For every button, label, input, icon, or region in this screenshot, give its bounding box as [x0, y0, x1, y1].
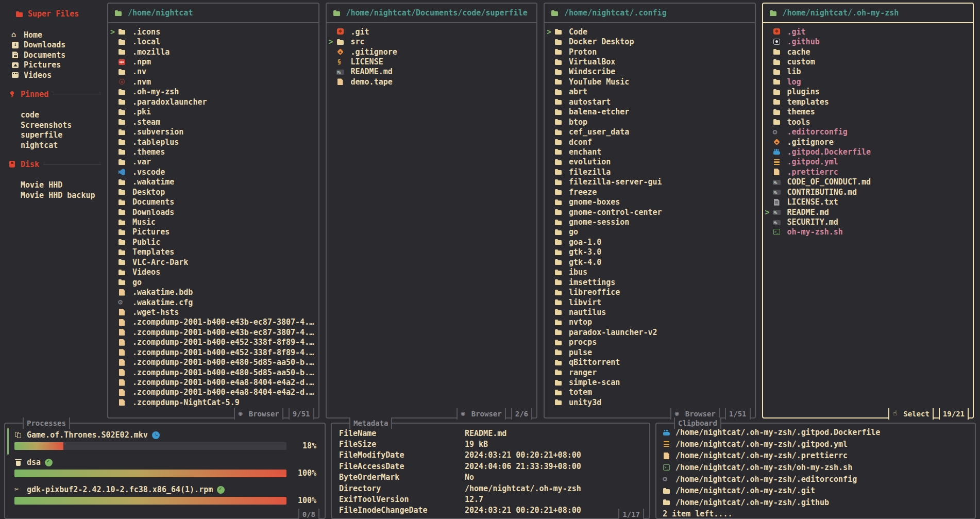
file-row[interactable]: README.md	[329, 67, 535, 77]
file-row[interactable]: themes	[765, 107, 971, 117]
file-row[interactable]: .zcompdump-2001-b400-e43b-ec87-3807-4...	[110, 327, 316, 337]
file-row[interactable]: gnome-boxes	[547, 197, 753, 207]
file-row[interactable]: balena-etcher	[547, 107, 753, 117]
file-row[interactable]: .prettierrc	[765, 167, 971, 177]
file-row[interactable]: unity3d	[547, 397, 753, 407]
file-row[interactable]: .gitpod.Dockerfile	[765, 147, 971, 157]
file-row[interactable]: YouTube Music	[547, 77, 753, 87]
file-row[interactable]: cache	[765, 47, 971, 57]
file-row[interactable]: abrt	[547, 87, 753, 97]
file-row[interactable]: .nvm	[110, 77, 316, 87]
file-row[interactable]: Templates	[110, 247, 316, 257]
file-row[interactable]: go	[547, 227, 753, 237]
file-row[interactable]: .github	[765, 37, 971, 46]
file-row[interactable]: .git	[329, 27, 535, 37]
file-row[interactable]: procps	[547, 338, 753, 347]
file-row[interactable]: .tableplus	[110, 137, 316, 147]
file-row[interactable]: gtk-4.0	[547, 257, 753, 267]
file-row[interactable]: autostart	[547, 97, 753, 107]
file-row[interactable]: VirtualBox	[547, 57, 753, 66]
file-row[interactable]: .var	[110, 157, 316, 167]
file-row[interactable]: .gitpod.yml	[765, 157, 971, 167]
file-row[interactable]: .local	[110, 37, 316, 46]
sidebar-nav-item[interactable]: Downloads	[8, 40, 101, 51]
file-row[interactable]: .themes	[110, 147, 316, 157]
disk-item[interactable]: Movie HHD	[8, 180, 101, 191]
file-row[interactable]: nvtop	[547, 317, 753, 327]
sidebar-nav-item[interactable]: Home	[8, 30, 101, 40]
file-row[interactable]: Videos	[110, 267, 316, 277]
file-row[interactable]: Docker Desktop	[547, 37, 753, 46]
sidebar-nav-item[interactable]: Pictures	[8, 60, 101, 71]
sidebar-nav-item[interactable]: Videos	[8, 70, 101, 80]
file-row[interactable]: .editorconfig	[765, 127, 971, 137]
file-row[interactable]: .zcompdump-2001-b400-e480-5d85-aa50-b...	[110, 367, 316, 377]
file-row[interactable]: SECURITY.md	[765, 217, 971, 227]
sidebar-nav-item[interactable]: Documents	[8, 50, 101, 60]
file-row[interactable]: .icons	[110, 27, 316, 37]
file-row[interactable]: LICENSE.txt	[765, 197, 971, 207]
file-row[interactable]: nautilus	[547, 307, 753, 317]
file-row[interactable]: .paradoxlauncher	[110, 97, 316, 107]
file-row[interactable]: .pki	[110, 107, 316, 117]
file-row[interactable]: Music	[110, 217, 316, 227]
file-row[interactable]: .zcompdump-2001-b400-e452-338f-8f89-4...	[110, 338, 316, 347]
file-row[interactable]: .wakatime	[110, 177, 316, 187]
file-row[interactable]: .wakatime.bdb	[110, 287, 316, 297]
file-row[interactable]: totem	[547, 388, 753, 397]
file-row[interactable]: Pictures	[110, 227, 316, 237]
file-row[interactable]: Desktop	[110, 187, 316, 197]
file-row[interactable]: lib	[765, 67, 971, 77]
file-row[interactable]: oh-my-zsh.sh	[765, 227, 971, 237]
file-row[interactable]: ranger	[547, 367, 753, 377]
file-row[interactable]: log	[765, 77, 971, 87]
pinned-item[interactable]: superfile	[8, 130, 101, 141]
file-row[interactable]: paradox-launcher-v2	[547, 327, 753, 337]
file-row[interactable]: .wakatime.cfg	[110, 297, 316, 307]
file-row[interactable]: evolution	[547, 157, 753, 167]
file-row[interactable]: qBittorrent	[547, 357, 753, 367]
file-row[interactable]: templates	[765, 97, 971, 107]
file-row[interactable]: .zcompdump-NightCat-5.9	[110, 397, 316, 407]
file-row[interactable]: libreoffice	[547, 287, 753, 297]
file-row[interactable]: Proton	[547, 47, 753, 57]
file-row[interactable]: .zcompdump-2001-b400-e4a8-8404-e4a2-d...	[110, 388, 316, 397]
file-row[interactable]: LICENSE	[329, 57, 535, 66]
file-row[interactable]: .gitignore	[329, 47, 535, 57]
file-row[interactable]: .git	[765, 27, 971, 37]
file-row[interactable]: .wget-hsts	[110, 307, 316, 317]
file-row[interactable]: .subversion	[110, 127, 316, 137]
file-row[interactable]: .zcompdump-2001-b400-e43b-ec87-3807-4...	[110, 317, 316, 327]
file-row[interactable]: gtk-3.0	[547, 247, 753, 257]
file-row[interactable]: .zcompdump-2001-b400-e4a8-8404-e4a2-d...	[110, 377, 316, 387]
file-row[interactable]: btop	[547, 117, 753, 127]
file-row[interactable]: .gitignore	[765, 137, 971, 147]
file-row[interactable]: .mozilla	[110, 47, 316, 57]
file-row[interactable]: go	[110, 277, 316, 287]
file-row[interactable]: demo.tape	[329, 77, 535, 87]
file-row[interactable]: cef_user_data	[547, 127, 753, 137]
file-row[interactable]: enchant	[547, 147, 753, 157]
file-row[interactable]: imsettings	[547, 277, 753, 287]
file-row[interactable]: dconf	[547, 137, 753, 147]
file-row[interactable]: gnome-control-center	[547, 207, 753, 217]
file-row[interactable]: CONTRIBUTING.md	[765, 187, 971, 197]
file-row[interactable]: CODE_OF_CONDUCT.md	[765, 177, 971, 187]
pinned-item[interactable]: Screenshots	[8, 120, 101, 130]
file-row[interactable]: gnome-session	[547, 217, 753, 227]
pinned-item[interactable]: nightcat	[8, 140, 101, 150]
file-row[interactable]: filezilla	[547, 167, 753, 177]
processes-scrollbar[interactable]	[7, 428, 9, 455]
file-row[interactable]: filezilla-server-gui	[547, 177, 753, 187]
file-row[interactable]: VLC-Arc-Dark	[110, 257, 316, 267]
file-row[interactable]: Documents	[110, 197, 316, 207]
file-row[interactable]: tools	[765, 117, 971, 127]
file-row[interactable]: .oh-my-zsh	[110, 87, 316, 97]
file-row[interactable]: freeze	[547, 187, 753, 197]
file-row[interactable]: Public	[110, 237, 316, 247]
pinned-item[interactable]: code	[8, 110, 101, 121]
file-row[interactable]: pulse	[547, 347, 753, 357]
file-row[interactable]: README.md	[765, 207, 971, 217]
disk-item[interactable]: Movie HHD backup	[8, 190, 101, 200]
file-row[interactable]: ibus	[547, 267, 753, 277]
